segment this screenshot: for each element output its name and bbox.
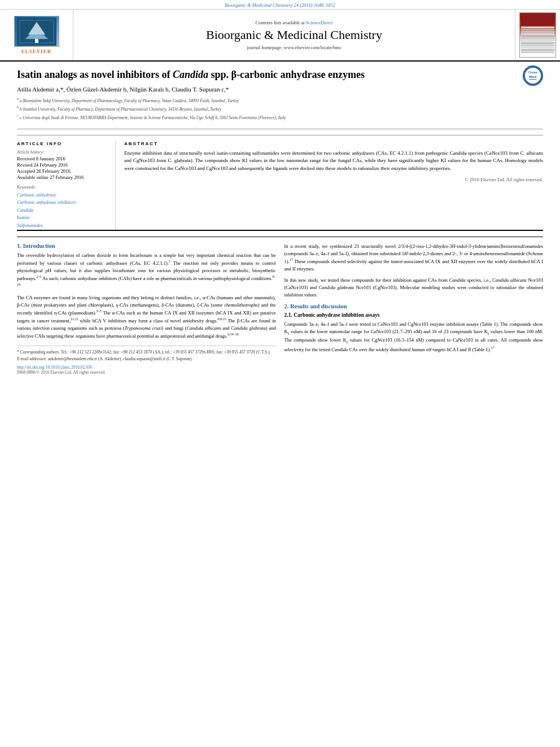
doi-line: http://dx.doi.org/10.1016/j.bmc.2016.02.… bbox=[17, 365, 276, 370]
introduction-title: 1. Introduction bbox=[17, 243, 276, 249]
homepage-label: journal homepage: www.elsevier.com/locat… bbox=[247, 45, 342, 50]
sciencedirect-link: Contents lists available at ScienceDirec… bbox=[256, 20, 333, 25]
title-plain: Isatin analogs as novel inhibitors of bbox=[17, 69, 173, 80]
issn-line: 0968-0896/© 2016 Elsevier Ltd. All right… bbox=[17, 370, 276, 375]
sciencedirect-url[interactable]: ScienceDirect bbox=[306, 20, 333, 25]
elsevier-logo-image bbox=[14, 16, 59, 47]
journal-title: Bioorganic & Medicinal Chemistry bbox=[206, 28, 382, 42]
affiliation-a: a a Bezmialem Vakıf University, Departme… bbox=[17, 96, 543, 104]
keywords-section: Keywords: Carbonic anhydrase Carbonic an… bbox=[17, 185, 110, 230]
intro-section-number: 1. bbox=[17, 243, 21, 249]
crossmark-icon: Cross Mark bbox=[523, 65, 543, 86]
intro-paragraph-2: The CA enzymes are found in many living … bbox=[17, 294, 276, 340]
main-content: Cross Mark Isatin analogs as novel inhib… bbox=[0, 62, 560, 382]
journal-cover-thumbnail bbox=[515, 10, 560, 60]
keyword-3: Candida bbox=[17, 207, 110, 215]
corresponding-footnote: * Corresponding authors. Tel.: +90 212 5… bbox=[17, 349, 276, 355]
article-info-heading: ARTICLE INFO bbox=[17, 141, 110, 146]
right-paragraph-1: In a recent study, we synthesized 23 str… bbox=[285, 243, 544, 273]
intro-section-title: Introduction bbox=[23, 243, 55, 249]
journal-homepage: journal homepage: www.elsevier.com/locat… bbox=[247, 45, 342, 50]
contents-label: Contents lists available at bbox=[256, 20, 305, 25]
affiliation-b: b b Istanbul University, Faculty of Phar… bbox=[17, 104, 543, 112]
authors-text: Atilla Akdemir a,*, Özlen Güzel-Akdemir … bbox=[17, 86, 229, 93]
elsevier-logo-section: ELSEVIER bbox=[0, 10, 73, 60]
article-section: Cross Mark Isatin analogs as novel inhib… bbox=[17, 68, 543, 129]
svg-text:Mark: Mark bbox=[529, 75, 537, 78]
cover-image bbox=[519, 12, 556, 58]
revised-date: Revised 24 February 2016 bbox=[17, 162, 110, 168]
keyword-5: Sulfonamides bbox=[17, 222, 110, 230]
elsevier-logo: ELSEVIER bbox=[14, 16, 59, 54]
intro-paragraph-1: The reversible hydroxylation of carbon d… bbox=[17, 252, 276, 290]
article-info-column: ARTICLE INFO Article history: Received 8… bbox=[17, 141, 116, 230]
keyword-2: Carbonic anhydrase inhibitors bbox=[17, 199, 110, 207]
crossmark-badge[interactable]: Cross Mark bbox=[523, 65, 543, 86]
email-footnote: E-mail addresses: aakdemir@bezmialem.edu… bbox=[17, 356, 276, 362]
footnote-section: * Corresponding authors. Tel.: +90 212 5… bbox=[17, 346, 276, 375]
right-paragraph-3: Compounds 3a–e, 4a–f and 5a–l were teste… bbox=[285, 321, 544, 353]
title-end: spp. β-carbonic anhydrase enzymes bbox=[208, 69, 365, 80]
history-label: Article history: bbox=[17, 150, 110, 155]
introduction-column: 1. Introduction The reversible hydroxyla… bbox=[17, 243, 276, 375]
svg-rect-4 bbox=[35, 39, 38, 43]
accepted-date: Accepted 26 February 2016 bbox=[17, 168, 110, 174]
ca-section-number: 2.1. bbox=[285, 312, 292, 318]
ca-inhibition-section-title: 2.1. Carbonic anhydrase inhibition assay… bbox=[285, 312, 544, 318]
keyword-1: Carbonic anhydrase bbox=[17, 191, 110, 199]
keywords-label: Keywords: bbox=[17, 185, 110, 190]
copyright-line: © 2016 Elsevier Ltd. All rights reserved… bbox=[124, 177, 543, 182]
journal-citation: Bioorganic & Medicinal Chemistry 24 (201… bbox=[225, 2, 335, 8]
abstract-column: ABSTRACT Enzyme inhibition data of struc… bbox=[124, 141, 543, 230]
elsevier-text: ELSEVIER bbox=[21, 49, 52, 54]
journal-header: ELSEVIER Contents lists available at Sci… bbox=[0, 10, 560, 62]
affiliation-c: c c Universita degli Studi di Firenze, N… bbox=[17, 113, 543, 121]
svg-text:Cross: Cross bbox=[528, 71, 537, 74]
article-title: Isatin analogs as novel inhibitors of Ca… bbox=[17, 68, 543, 81]
authors-line: Atilla Akdemir a,*, Özlen Güzel-Akdemir … bbox=[17, 86, 543, 93]
affiliations: a a Bezmialem Vakıf University, Departme… bbox=[17, 96, 543, 120]
page-wrapper: Bioorganic & Medicinal Chemistry 24 (201… bbox=[0, 0, 560, 747]
abstract-text: Enzyme inhibition data of structurally n… bbox=[124, 150, 543, 173]
abstract-heading: ABSTRACT bbox=[124, 141, 543, 146]
ca-section-title: Carbonic anhydrase inhibition assays bbox=[294, 312, 379, 318]
article-info-abstract-section: ARTICLE INFO Article history: Received 8… bbox=[17, 135, 543, 230]
results-section-title: 2. Results and discussion bbox=[285, 303, 544, 309]
results-column: In a recent study, we synthesized 23 str… bbox=[285, 243, 544, 375]
received-date: Received 8 January 2016 bbox=[17, 156, 110, 161]
available-date: Available online 27 February 2016 bbox=[17, 174, 110, 180]
keyword-4: Isatins bbox=[17, 214, 110, 222]
right-paragraph-2: In this new study, we tested these compo… bbox=[285, 277, 544, 299]
top-citation-bar: Bioorganic & Medicinal Chemistry 24 (201… bbox=[0, 0, 560, 10]
results-number: 2. bbox=[285, 303, 289, 309]
results-title: Results and discussion bbox=[290, 303, 347, 309]
section-divider bbox=[17, 230, 543, 231]
journal-header-center: Contents lists available at ScienceDirec… bbox=[73, 10, 515, 60]
title-italic: Candida bbox=[173, 69, 208, 80]
body-content: 1. Introduction The reversible hydroxyla… bbox=[17, 237, 543, 375]
